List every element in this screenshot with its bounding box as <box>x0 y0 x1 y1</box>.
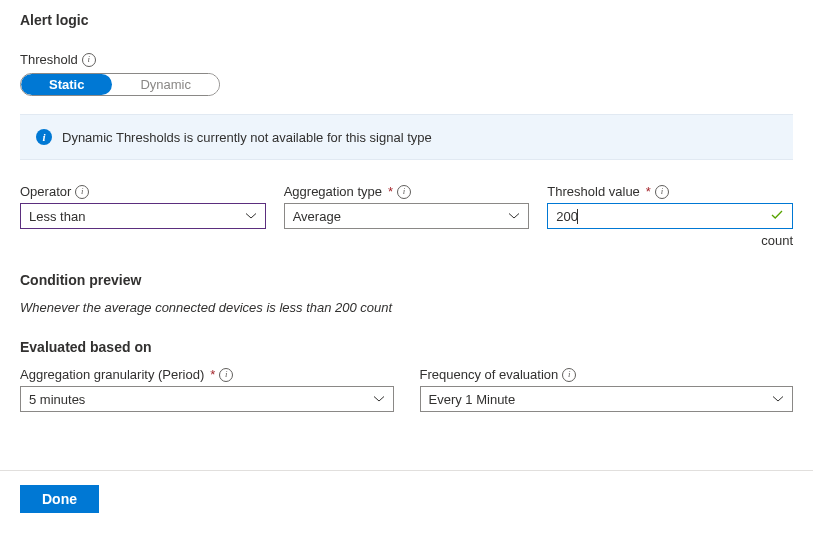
granularity-label-text: Aggregation granularity (Period) <box>20 367 204 382</box>
threshold-dynamic-option[interactable]: Dynamic <box>112 74 219 95</box>
info-bar: i Dynamic Thresholds is currently not av… <box>20 114 793 160</box>
required-marker: * <box>646 184 651 199</box>
threshold-static-option[interactable]: Static <box>21 74 112 95</box>
info-icon[interactable]: i <box>75 185 89 199</box>
condition-preview-heading: Condition preview <box>20 272 793 288</box>
operator-label: Operator i <box>20 184 266 199</box>
info-icon: i <box>36 129 52 145</box>
required-marker: * <box>210 367 215 382</box>
required-marker: * <box>388 184 393 199</box>
chevron-down-icon <box>508 210 520 222</box>
aggregation-type-select[interactable]: Average <box>284 203 530 229</box>
frequency-value: Every 1 Minute <box>429 392 516 407</box>
aggregation-type-value: Average <box>293 209 341 224</box>
check-icon <box>770 208 784 225</box>
granularity-select[interactable]: 5 minutes <box>20 386 394 412</box>
threshold-unit: count <box>547 233 793 248</box>
condition-preview-text: Whenever the average connected devices i… <box>20 300 793 315</box>
threshold-value-text: 200 <box>556 209 578 224</box>
granularity-value: 5 minutes <box>29 392 85 407</box>
info-bar-text: Dynamic Thresholds is currently not avai… <box>62 130 432 145</box>
info-icon[interactable]: i <box>562 368 576 382</box>
info-icon[interactable]: i <box>82 53 96 67</box>
threshold-value-label-text: Threshold value <box>547 184 640 199</box>
threshold-label: Threshold i <box>20 52 793 67</box>
info-icon[interactable]: i <box>219 368 233 382</box>
operator-select[interactable]: Less than <box>20 203 266 229</box>
aggregation-type-label: Aggregation type * i <box>284 184 530 199</box>
chevron-down-icon <box>373 393 385 405</box>
info-icon[interactable]: i <box>655 185 669 199</box>
operator-value: Less than <box>29 209 85 224</box>
frequency-label-text: Frequency of evaluation <box>420 367 559 382</box>
done-button[interactable]: Done <box>20 485 99 513</box>
aggregation-type-label-text: Aggregation type <box>284 184 382 199</box>
chevron-down-icon <box>245 210 257 222</box>
chevron-down-icon <box>772 393 784 405</box>
text-caret <box>577 209 578 224</box>
threshold-toggle[interactable]: Static Dynamic <box>20 73 220 96</box>
page-title: Alert logic <box>20 12 793 28</box>
threshold-label-text: Threshold <box>20 52 78 67</box>
frequency-label: Frequency of evaluation i <box>420 367 794 382</box>
info-icon[interactable]: i <box>397 185 411 199</box>
operator-label-text: Operator <box>20 184 71 199</box>
granularity-label: Aggregation granularity (Period) * i <box>20 367 394 382</box>
threshold-value-label: Threshold value * i <box>547 184 793 199</box>
evaluated-based-on-heading: Evaluated based on <box>20 339 793 355</box>
frequency-select[interactable]: Every 1 Minute <box>420 386 794 412</box>
threshold-value-input-wrap[interactable]: 200 <box>547 203 793 229</box>
